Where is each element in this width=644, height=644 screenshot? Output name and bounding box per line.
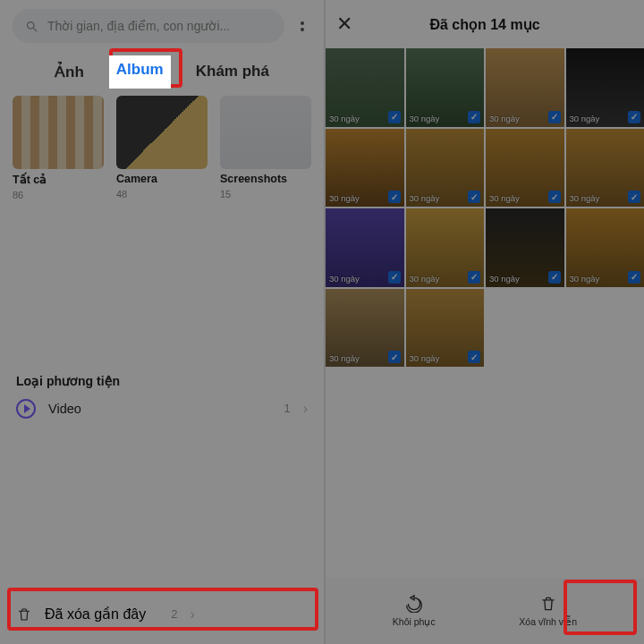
checkbox-checked-icon[interactable] <box>548 271 561 284</box>
album-camera[interactable]: Camera 48 <box>116 96 208 200</box>
row-video[interactable]: Video 1 › <box>0 388 324 429</box>
restore-icon <box>405 595 423 613</box>
checkbox-checked-icon[interactable] <box>388 191 401 203</box>
checkbox-checked-icon[interactable] <box>468 111 480 123</box>
tab-photos[interactable]: Ảnh <box>51 55 88 89</box>
search-placeholder: Thời gian, địa điểm, con người... <box>47 19 230 33</box>
tab-album[interactable]: Album <box>109 55 171 89</box>
row-label: Video <box>48 402 81 416</box>
row-count: 1 <box>284 402 290 415</box>
row-recently-deleted[interactable]: Đã xóa gần đây 2 › <box>0 593 324 635</box>
album-thumb <box>220 96 311 169</box>
thumb-item[interactable]: 30 ngày <box>406 129 485 208</box>
checkbox-checked-icon[interactable] <box>388 271 401 284</box>
close-icon[interactable]: ✕ <box>336 13 361 36</box>
thumb-item[interactable]: 30 ngày <box>566 208 645 287</box>
album-thumb <box>13 96 104 169</box>
bottom-action-bar: Khôi phục Xóa vĩnh viễn <box>326 578 644 644</box>
search-input[interactable]: Thời gian, địa điểm, con người... <box>13 9 284 43</box>
album-name: Tất cả <box>13 173 104 186</box>
thumb-item[interactable]: 30 ngày <box>486 48 564 127</box>
play-icon <box>16 399 36 419</box>
album-list: Tất cả 86 Camera 48 Screenshots 15 <box>0 89 324 213</box>
pane-album-screen: Thời gian, địa điểm, con người... Ảnh Al… <box>0 0 324 644</box>
media-type-header: Loại phương tiện <box>0 374 324 388</box>
checkbox-checked-icon[interactable] <box>628 271 640 284</box>
thumb-item[interactable]: 30 ngày <box>486 129 564 208</box>
search-icon <box>25 20 38 33</box>
selection-header: ✕ Đã chọn 14 mục <box>326 0 644 48</box>
checkbox-checked-icon[interactable] <box>388 351 401 363</box>
thumbnail-grid: 30 ngày 30 ngày 30 ngày 30 ngày 30 ngày … <box>326 48 644 367</box>
checkbox-checked-icon[interactable] <box>548 191 561 203</box>
album-screenshots[interactable]: Screenshots 15 <box>220 96 311 200</box>
tab-explore[interactable]: Khám phá <box>192 55 273 89</box>
chevron-right-icon: › <box>190 606 194 623</box>
svg-point-0 <box>28 21 35 29</box>
thumb-item[interactable]: 30 ngày <box>326 48 404 127</box>
checkbox-checked-icon[interactable] <box>628 191 640 203</box>
thumb-item[interactable]: 30 ngày <box>486 208 564 287</box>
checkbox-checked-icon[interactable] <box>468 271 480 284</box>
thumb-item[interactable]: 30 ngày <box>566 48 645 127</box>
album-count: 15 <box>220 189 311 199</box>
checkbox-checked-icon[interactable] <box>548 111 561 123</box>
top-tabs: Ảnh Album Khám phá <box>0 55 324 89</box>
thumb-item[interactable]: 30 ngày <box>326 129 404 208</box>
pane-selection-screen: ✕ Đã chọn 14 mục 30 ngày 30 ngày 30 ngày… <box>326 0 644 644</box>
trash-icon <box>16 606 32 623</box>
restore-button[interactable]: Khôi phục <box>393 595 436 627</box>
chevron-right-icon: › <box>303 401 308 417</box>
thumb-item[interactable]: 30 ngày <box>326 289 404 368</box>
checkbox-checked-icon[interactable] <box>468 351 480 363</box>
search-row: Thời gian, địa điểm, con người... <box>0 0 324 50</box>
row-label: Đã xóa gần đây <box>45 606 146 623</box>
thumb-item[interactable]: 30 ngày <box>406 48 485 127</box>
thumb-item[interactable]: 30 ngày <box>326 208 404 287</box>
overflow-menu-icon[interactable] <box>293 21 311 31</box>
thumb-item[interactable]: 30 ngày <box>406 289 485 368</box>
svg-line-1 <box>33 28 37 31</box>
album-name: Screenshots <box>220 173 311 185</box>
thumb-item[interactable]: 30 ngày <box>406 208 485 287</box>
checkbox-checked-icon[interactable] <box>628 111 640 123</box>
album-count: 48 <box>116 189 208 199</box>
selection-title: Đã chọn 14 mục <box>361 16 608 33</box>
row-count: 2 <box>171 607 177 621</box>
album-count: 86 <box>13 190 104 200</box>
checkbox-checked-icon[interactable] <box>468 191 480 203</box>
album-thumb <box>116 96 208 169</box>
button-label: Khôi phục <box>393 616 436 627</box>
canvas: Thời gian, địa điểm, con người... Ảnh Al… <box>0 0 644 644</box>
checkbox-checked-icon[interactable] <box>388 111 401 123</box>
thumb-item[interactable]: 30 ngày <box>566 129 645 208</box>
album-all[interactable]: Tất cả 86 <box>13 96 104 200</box>
album-name: Camera <box>116 173 208 185</box>
trash-icon <box>539 595 557 613</box>
delete-forever-button[interactable]: Xóa vĩnh viễn <box>519 595 577 627</box>
button-label: Xóa vĩnh viễn <box>519 616 577 627</box>
